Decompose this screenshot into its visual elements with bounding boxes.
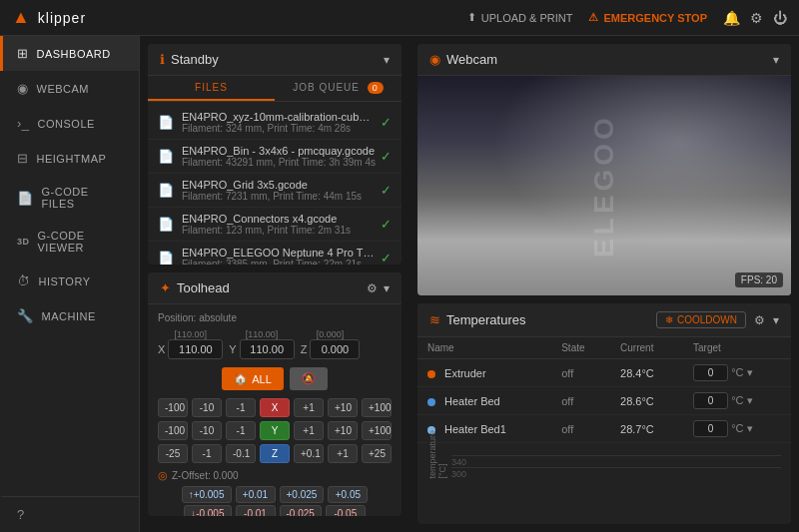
col-current: Current (610, 337, 683, 359)
jog-z-minus01[interactable]: -0.1 (226, 444, 256, 463)
emergency-icon: ⚠ (588, 11, 598, 24)
extruder-dropdown-icon[interactable]: ▾ (747, 366, 753, 378)
job-queue-tab[interactable]: JOB QUEUE 0 (275, 76, 401, 101)
offset-down-005[interactable]: ↓-0.005 (184, 505, 231, 516)
mute-icon: 🔕 (302, 372, 316, 385)
jog-z-plus1[interactable]: +1 (328, 444, 358, 463)
extruder-target-input[interactable] (693, 364, 728, 381)
x-input[interactable] (168, 339, 223, 359)
sidebar-help-button[interactable]: ? (0, 496, 139, 532)
jog-y-minus10[interactable]: -10 (192, 421, 222, 440)
home-all-button[interactable]: 🏠 ALL (222, 367, 284, 390)
heater-bed1-unit: °C (731, 422, 743, 434)
x-label: X (158, 343, 165, 355)
offset-down-05[interactable]: -0.05 (326, 505, 366, 516)
x-position-group: [110.00] X (158, 329, 223, 359)
offset-up-01[interactable]: +0.01 (236, 486, 276, 503)
jog-y-plus1[interactable]: +1 (294, 421, 324, 440)
klipper-logo-icon: ▲ (12, 7, 30, 28)
files-tab[interactable]: FILES (148, 76, 275, 101)
heater-bed1-dropdown-icon[interactable]: ▾ (747, 422, 753, 434)
heater-bed-target-input[interactable] (693, 392, 728, 409)
jog-y-plus10[interactable]: +10 (328, 421, 358, 440)
extruder-state: off (551, 359, 610, 387)
heater-bed-dropdown-icon[interactable]: ▾ (747, 394, 753, 406)
offset-down-025[interactable]: -0.025 (280, 505, 322, 516)
file-meta: Filament: 7231 mm, Print Time: 44m 15s (182, 191, 376, 202)
file-info: EN4PRO_xyz-10mm-calibration-cube.gcode F… (182, 111, 376, 134)
file-meta: Filament: 123 mm, Print Time: 2m 31s (182, 225, 376, 236)
sidebar-item-heightmap[interactable]: ⊟ HEIGHTMAP (0, 141, 139, 176)
temp-name: Extruder (417, 359, 551, 387)
topbar-icons: 🔔 ⚙ ⏻ (723, 10, 787, 26)
upload-print-button[interactable]: ⬆ UPLOAD & PRINT (467, 11, 573, 24)
jog-y-plus100[interactable]: +100 (362, 421, 392, 440)
standby-chevron-icon[interactable]: ▾ (384, 53, 390, 67)
jog-z-minus1[interactable]: -1 (192, 444, 222, 463)
webcam-chevron-icon[interactable]: ▾ (773, 53, 779, 67)
gcode-files-icon: 📄 (17, 191, 34, 206)
bell-icon[interactable]: 🔔 (723, 10, 740, 26)
toolhead-gear-icon[interactable]: ⚙ (367, 281, 378, 295)
file-status-icon: ✓ (381, 251, 392, 265)
jog-z-minus25[interactable]: -25 (158, 444, 188, 463)
jog-z-plus25[interactable]: +25 (362, 444, 392, 463)
job-queue-badge: 0 (368, 82, 384, 94)
jog-y-minus1[interactable]: -1 (226, 421, 256, 440)
jog-x-minus1[interactable]: -1 (226, 398, 256, 417)
upload-icon: ⬆ (467, 11, 476, 24)
sidebar-item-webcam[interactable]: ◉ WEBCAM (0, 71, 139, 106)
home-buttons: 🏠 ALL 🔕 (158, 367, 392, 390)
jog-y-axis[interactable]: Y (260, 421, 290, 440)
emergency-stop-button[interactable]: ⚠ EMERGENCY STOP (588, 11, 707, 24)
table-row: Heater Bed off 28.6°C °C ▾ (417, 387, 791, 415)
temp-icon: ≋ (429, 312, 440, 327)
file-list: 📄 EN4PRO_xyz-10mm-calibration-cube.gcode… (148, 102, 401, 265)
sidebar-item-gcode-files[interactable]: 📄 G-CODE FILES (0, 176, 139, 220)
z-input[interactable] (310, 339, 360, 359)
jog-x-plus100[interactable]: +100 (362, 398, 392, 417)
jog-row-x: -100 -10 -1 X +1 +10 +100 (158, 398, 392, 417)
y-position-group: [110.00] Y (229, 329, 294, 359)
toolhead-header: ✦ Toolhead ⚙ ▾ (148, 272, 401, 304)
temp-gear-icon[interactable]: ⚙ (754, 313, 765, 327)
y-input[interactable] (240, 339, 295, 359)
col-target: Target (683, 337, 791, 359)
sidebar-item-console[interactable]: ›_ CONSOLE (0, 106, 139, 141)
heater-bed1-target-input[interactable] (693, 420, 728, 437)
jog-y-minus100[interactable]: -100 (158, 421, 188, 440)
toolhead-chevron-icon[interactable]: ▾ (384, 281, 390, 295)
file-item[interactable]: 📄 EN4PRO_xyz-10mm-calibration-cube.gcode… (148, 106, 401, 140)
file-item[interactable]: 📄 EN4PRO_Bin - 3x4x6 - pmcquay.gcode Fil… (148, 140, 401, 174)
file-item[interactable]: 📄 EN4PRO_ELEGOO Neptune 4 Pro TILTED Z..… (148, 242, 401, 265)
jog-x-axis[interactable]: X (260, 398, 290, 417)
offset-up-005[interactable]: ↑+0.005 (182, 486, 232, 503)
sidebar-item-machine[interactable]: 🔧 MACHINE (0, 298, 139, 333)
offset-up-05[interactable]: +0.05 (328, 486, 368, 503)
jog-x-plus10[interactable]: +10 (328, 398, 358, 417)
jog-x-plus1[interactable]: +1 (294, 398, 324, 417)
mute-button[interactable]: 🔕 (290, 367, 328, 390)
gcode-viewer-icon: 3D (17, 237, 30, 247)
gear-icon[interactable]: ⚙ (750, 10, 763, 26)
cooldown-button[interactable]: ❄ COOLDOWN (656, 311, 746, 328)
power-icon[interactable]: ⏻ (773, 10, 787, 26)
sidebar-item-history[interactable]: ⏱ HISTORY (0, 264, 139, 298)
sidebar-item-dashboard[interactable]: ⊞ DASHBOARD (0, 36, 139, 71)
offset-up-025[interactable]: +0.025 (280, 486, 325, 503)
heater-bed1-target: °C ▾ (683, 415, 791, 443)
standby-header: ℹ Standby ▾ (148, 44, 401, 76)
webcam-title-icon: ◉ (429, 52, 440, 67)
jog-z-axis[interactable]: Z (260, 444, 290, 463)
jog-x-minus10[interactable]: -10 (192, 398, 222, 417)
file-meta: Filament: 3385 mm, Print Time: 22m 21s (182, 259, 376, 265)
file-icon: 📄 (158, 115, 174, 130)
jog-x-minus100[interactable]: -100 (158, 398, 188, 417)
temp-chevron-icon[interactable]: ▾ (773, 313, 779, 327)
sidebar-item-gcode-viewer[interactable]: 3D G-CODE VIEWER (0, 220, 139, 264)
offset-down-01[interactable]: -0.01 (236, 505, 276, 516)
file-status-icon: ✓ (381, 115, 392, 130)
file-item[interactable]: 📄 EN4PRO_Connectors x4.gcode Filament: 1… (148, 208, 401, 242)
file-item[interactable]: 📄 EN4PRO_Grid 3x5.gcode Filament: 7231 m… (148, 174, 401, 208)
jog-z-plus01[interactable]: +0.1 (294, 444, 324, 463)
